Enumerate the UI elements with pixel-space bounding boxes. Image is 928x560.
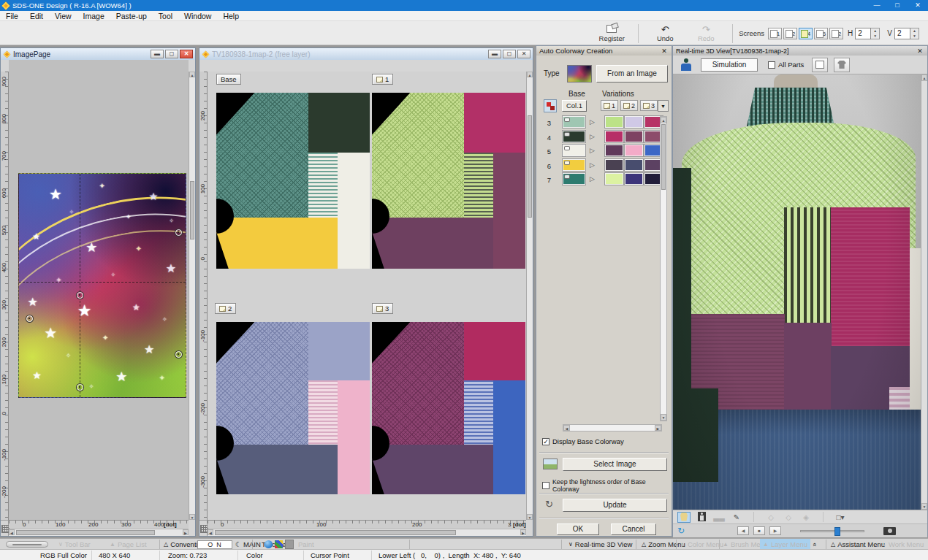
cancel-button[interactable]: Cancel (611, 523, 656, 535)
redo-button[interactable]: ↷ Redo (685, 25, 726, 42)
pattern-canvas[interactable]: Base 1 2 3 (208, 72, 526, 520)
image-canvas[interactable]: ★✦★✧✦✧★★✦★✧✦★★★✧★✦★✧★★✦✧ (9, 60, 189, 520)
keep-lightness-checkbox[interactable]: Keep the lightness order of Base Colorwa… (542, 478, 672, 493)
colorway-2-preview[interactable] (216, 322, 370, 494)
variations-scrollbar[interactable]: ▲ ▼ (660, 116, 667, 421)
collapse-chevron-icon[interactable]: « (813, 539, 816, 550)
menu-item-edit[interactable]: Edit (24, 12, 49, 20)
trackball-on-field[interactable]: ON (197, 540, 232, 549)
color-menu-item[interactable]: ▲Color Menu (680, 539, 723, 550)
speed-slider[interactable] (800, 530, 864, 532)
menu-item-tool[interactable]: Tool (153, 12, 178, 20)
close-icon[interactable]: ✕ (916, 47, 924, 55)
zoom-menu-item[interactable]: △Zoom Menu (642, 539, 685, 550)
base-color-swatch[interactable] (563, 159, 585, 171)
3d-scene[interactable] (673, 74, 922, 510)
menu-item-window[interactable]: Window (178, 12, 217, 20)
menu-item-paste-up[interactable]: Paste-up (110, 12, 153, 20)
display-base-checkbox[interactable]: ✓ Display Base Colorway (542, 437, 624, 445)
variation-swatch[interactable] (625, 145, 643, 156)
variation-swatch[interactable] (625, 159, 643, 171)
3d-scrollbar[interactable]: ▲ ▼ (921, 74, 927, 510)
all-parts-checkbox[interactable]: All Parts (768, 61, 804, 69)
step-back-button[interactable]: ◀ (737, 526, 749, 535)
mannequin-icon[interactable] (680, 58, 692, 72)
plane-menu-button[interactable]: □▾ (834, 512, 847, 523)
close-icon[interactable]: ✕ (517, 50, 530, 58)
colorway-base-preview[interactable] (216, 93, 370, 269)
assistant-menu-item[interactable]: △Assistant Menu (831, 539, 885, 550)
layer-menu-item[interactable]: ▲Layer Menu (760, 539, 810, 550)
sync-orb-icon[interactable] (265, 540, 273, 548)
pants-view-button[interactable]: ▃▃ (712, 512, 726, 523)
restore-icon[interactable]: ◻ (165, 50, 178, 58)
garment-icon[interactable] (834, 58, 850, 72)
tab-base[interactable]: Base (216, 74, 241, 85)
variation-swatch[interactable] (605, 131, 623, 142)
color-pick-marker[interactable] (26, 315, 33, 322)
variation-swatch[interactable] (625, 173, 643, 185)
select-image-button[interactable]: Select Image (563, 458, 667, 471)
menu-item-file[interactable]: File (0, 12, 24, 20)
variation-tab-1[interactable]: 1 (601, 100, 618, 111)
main-label[interactable]: MAIN (243, 539, 261, 550)
rotate-x-icon[interactable]: ◇ (764, 512, 777, 523)
menu-item-view[interactable]: View (49, 12, 77, 20)
toolbar-handle[interactable] (6, 541, 48, 548)
tab-1[interactable]: 1 (372, 74, 393, 85)
camera-icon[interactable] (883, 527, 896, 535)
color-pick-marker[interactable] (77, 384, 83, 391)
tab-3[interactable]: 3 (372, 303, 393, 314)
update-button[interactable]: Update (563, 499, 667, 512)
vertical-scrollbar[interactable]: ▲ ▼ (526, 72, 533, 520)
refresh-icon[interactable]: ↻ (677, 526, 685, 536)
work-menu-item[interactable]: ▲Work Menu (881, 539, 924, 550)
variation-tab-3[interactable]: 3 (640, 100, 658, 111)
grid-toggle-icon[interactable] (199, 520, 208, 536)
app-minimize-button[interactable]: — (867, 0, 887, 11)
variation-swatch[interactable] (605, 159, 623, 171)
horizontal-scrollbar[interactable]: ◀ ▶ (208, 529, 526, 536)
base-color-swatch[interactable] (563, 116, 585, 128)
color-pick-marker[interactable] (175, 351, 182, 358)
register-button[interactable]: Register (591, 25, 632, 42)
page-list-menu-item[interactable]: ▲Page List (110, 539, 147, 550)
paint-menu-item[interactable]: Paint (298, 539, 314, 550)
torso-view-button[interactable] (677, 512, 691, 523)
h-spinner-arrows[interactable]: ▲▼ (871, 28, 880, 39)
variation-tab-2[interactable]: 2 (620, 100, 638, 111)
restore-icon[interactable]: ◻ (503, 50, 516, 58)
minimize-icon[interactable]: ▬ (151, 50, 164, 58)
screens-button-6[interactable]: 6 (814, 28, 828, 39)
tab-2[interactable]: 2 (215, 303, 236, 314)
variation-swatch[interactable] (605, 173, 623, 185)
undo-button[interactable]: ↶ Undo (644, 25, 685, 42)
pen-tool-button[interactable]: ✎ (730, 512, 743, 523)
base-color-swatch[interactable] (563, 173, 585, 185)
ok-button[interactable]: OK (557, 523, 599, 535)
color-mode-icon[interactable] (275, 540, 283, 548)
base-color-swatch[interactable] (563, 131, 585, 142)
h-spinner[interactable]: 2 ▲▼ (855, 28, 880, 39)
rotate-z-icon[interactable]: ◈ (799, 512, 813, 523)
variations-hscrollbar[interactable]: ◀ ▶ (563, 424, 662, 431)
color-pick-marker[interactable] (175, 229, 182, 236)
screens-button-4[interactable]: 4 (799, 28, 813, 39)
close-icon[interactable]: ✕ (180, 50, 193, 58)
pattern-window-title-bar[interactable]: TV180938-1map-2 (free layer) ▬ ◻ ✕ (199, 48, 533, 60)
variation-swatch[interactable] (605, 145, 623, 156)
image-page-title-bar[interactable]: ImagePage ▬ ◻ ✕ (1, 48, 195, 60)
screens-button-12[interactable]: 12 (829, 28, 843, 39)
app-close-button[interactable]: ✕ (908, 0, 928, 11)
vertical-scrollbar[interactable]: ▲ ▼ (189, 72, 195, 520)
menu-item-image[interactable]: Image (77, 12, 110, 20)
3d-title-bar[interactable]: Real-time 3D View[TV180938-1map-2] ✕ (673, 46, 927, 55)
v-spinner[interactable]: 2 ▲▼ (894, 28, 919, 39)
variation-swatch[interactable] (625, 116, 643, 128)
color-pick-marker[interactable] (77, 292, 83, 299)
minimize-icon[interactable]: ▬ (488, 50, 501, 58)
menu-item-help[interactable]: Help (217, 12, 245, 20)
grid-toggle-icon[interactable] (1, 520, 9, 536)
mannequin-view-button[interactable] (695, 512, 708, 523)
toolbar-menu-item[interactable]: ∨Tool Bar (58, 539, 91, 550)
